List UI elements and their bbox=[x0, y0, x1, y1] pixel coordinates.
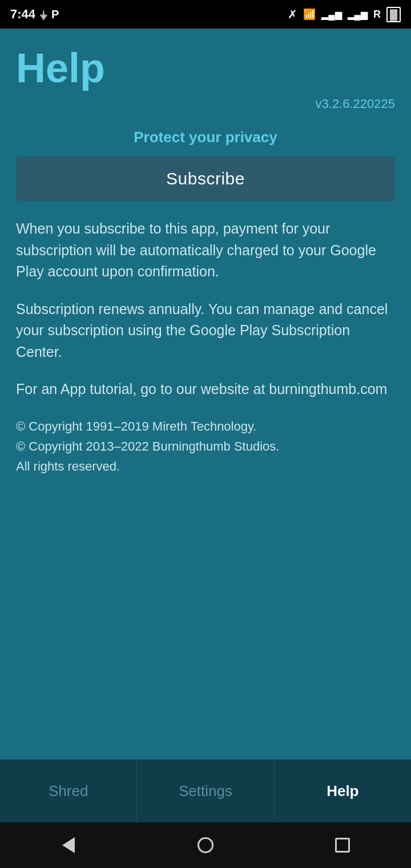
tutorial-text: For an App tutorial, go to our website a… bbox=[16, 379, 395, 400]
app-container: Help v3.2.6.220225 Protect your privacy … bbox=[0, 29, 411, 760]
battery-icon: ▓ bbox=[386, 7, 401, 22]
subscribe-button[interactable]: Subscribe bbox=[16, 156, 395, 201]
time-display: 7:44 bbox=[10, 7, 35, 22]
recents-button[interactable] bbox=[325, 834, 360, 857]
r-icon: R bbox=[373, 9, 381, 21]
nav-label-shred: Shred bbox=[49, 782, 88, 800]
usb-icon: ⏚ bbox=[40, 8, 47, 21]
page-title: Help bbox=[16, 46, 395, 91]
status-right: ✗ 📶 ▂▄▆ ▂▄▆ R ▓ bbox=[288, 7, 401, 22]
nav-label-help: Help bbox=[327, 782, 358, 800]
bottom-nav: Shred Settings Help bbox=[0, 760, 411, 822]
subscription-info-text: When you subscribe to this app, payment … bbox=[16, 218, 395, 283]
signal-icon: ▂▄▆ bbox=[321, 9, 341, 20]
android-nav-bar bbox=[0, 822, 411, 868]
signal2-icon: ▂▄▆ bbox=[348, 9, 368, 20]
nav-item-help[interactable]: Help bbox=[275, 760, 411, 822]
home-button[interactable] bbox=[188, 834, 223, 857]
home-circle-icon bbox=[198, 837, 213, 853]
version-label: v3.2.6.220225 bbox=[16, 97, 395, 111]
privacy-heading: Protect your privacy bbox=[16, 128, 395, 146]
back-button[interactable] bbox=[51, 834, 86, 857]
status-bar: 7:44 ⏚ P ✗ 📶 ▂▄▆ ▂▄▆ R ▓ bbox=[0, 0, 411, 29]
nav-item-shred[interactable]: Shred bbox=[0, 760, 137, 822]
status-left: 7:44 ⏚ P bbox=[10, 7, 59, 22]
recents-square-icon bbox=[335, 838, 350, 853]
nav-label-settings: Settings bbox=[179, 782, 232, 800]
subscription-renews-text: Subscription renews annually. You can ma… bbox=[16, 299, 395, 363]
nav-item-settings[interactable]: Settings bbox=[137, 760, 274, 822]
bluetooth-icon: ✗ bbox=[288, 7, 297, 21]
parking-icon: P bbox=[51, 8, 59, 21]
copyright-text: © Copyright 1991–2019 Mireth Technology.… bbox=[16, 416, 395, 477]
wifi-icon: 📶 bbox=[303, 8, 316, 21]
back-triangle-icon bbox=[62, 837, 75, 853]
